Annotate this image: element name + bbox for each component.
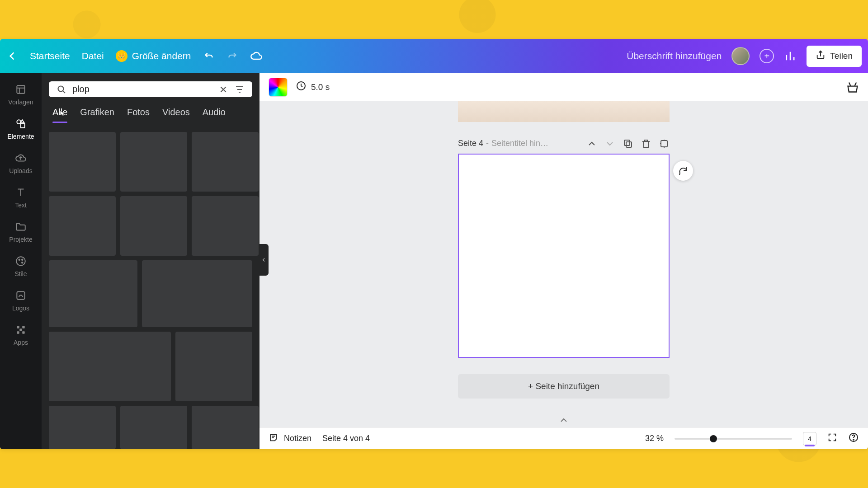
svg-point-5 (22, 259, 23, 260)
editor-body: Vorlagen Elemente Uploads Text Projekte … (0, 73, 868, 449)
add-page-label: + Seite hinzufügen (528, 381, 599, 391)
notes-button[interactable]: Notizen (269, 432, 311, 445)
cursor-icon (59, 110, 67, 118)
svg-rect-0 (17, 85, 24, 93)
canvas-scroll[interactable]: Seite 4 - Seitentitel hin… + (259, 101, 868, 427)
rail-item-styles[interactable]: Stile (0, 249, 42, 283)
share-button[interactable]: Teilen (807, 46, 862, 67)
svg-rect-17 (661, 141, 667, 147)
plus-icon: + (764, 51, 770, 61)
resize-label: Größe ändern (132, 51, 191, 61)
result-thumb[interactable] (120, 132, 187, 192)
svg-point-13 (58, 86, 64, 91)
notes-icon (269, 432, 278, 445)
add-page-button[interactable]: + Seite hinzufügen (458, 374, 670, 399)
templates-icon (14, 83, 27, 96)
duplicate-page-button[interactable] (623, 138, 633, 149)
canvas-page[interactable] (458, 154, 670, 358)
tab-audio[interactable]: Audio (203, 107, 226, 122)
share-label: Teilen (830, 51, 853, 61)
rail-item-templates[interactable]: Vorlagen (0, 78, 42, 111)
duration-value: 5.0 s (311, 82, 330, 92)
result-thumb[interactable] (49, 196, 116, 256)
result-thumb[interactable] (49, 132, 116, 192)
notes-label: Notizen (284, 434, 311, 443)
panel-tabs: Alle Grafiken Fotos Videos Audio (49, 107, 252, 122)
file-menu[interactable]: Datei (82, 51, 104, 61)
result-thumb[interactable] (49, 332, 171, 401)
rail-item-uploads[interactable]: Uploads (0, 146, 42, 180)
analytics-button[interactable] (784, 50, 797, 62)
back-icon[interactable] (6, 50, 18, 62)
elements-icon (14, 117, 27, 130)
page-title-input[interactable]: Seitentitel hin… (491, 139, 548, 148)
regenerate-button[interactable] (673, 161, 693, 181)
zoom-slider-knob[interactable] (710, 435, 717, 442)
home-link[interactable]: Startseite (30, 51, 70, 61)
result-thumb[interactable] (192, 406, 259, 449)
effects-button[interactable] (846, 81, 859, 94)
tab-photos[interactable]: Fotos (127, 107, 150, 122)
redo-button[interactable] (226, 50, 238, 62)
svg-point-19 (853, 439, 854, 440)
clock-icon (296, 80, 307, 94)
svg-rect-12 (19, 328, 22, 331)
add-collaborator-button[interactable]: + (760, 49, 774, 63)
result-thumb[interactable] (192, 196, 259, 256)
canvas-toolbar: 5.0 s (259, 73, 868, 101)
move-up-button[interactable] (586, 138, 597, 149)
result-thumb[interactable] (49, 260, 137, 327)
page-title-sep: - (486, 139, 489, 148)
results-grid (49, 132, 252, 449)
palette-icon (14, 255, 27, 267)
search-field[interactable] (49, 81, 252, 97)
clear-search-button[interactable] (218, 84, 229, 95)
svg-rect-10 (17, 331, 19, 333)
zoom-slider[interactable] (675, 438, 792, 440)
cloud-sync-icon[interactable] (250, 50, 263, 62)
background-color-picker[interactable] (269, 78, 288, 97)
result-thumb[interactable] (120, 196, 187, 256)
avatar[interactable] (731, 47, 750, 65)
fullscreen-button[interactable] (827, 432, 837, 445)
svg-rect-9 (22, 326, 24, 328)
previous-page-peek[interactable] (458, 101, 670, 122)
design-title-input[interactable]: Überschrift hinzufügen (627, 51, 722, 61)
rail-item-elements[interactable]: Elemente (0, 112, 42, 145)
result-thumb[interactable] (142, 260, 252, 327)
result-thumb[interactable] (120, 406, 187, 449)
move-down-button[interactable] (604, 138, 615, 149)
search-input[interactable] (72, 84, 212, 94)
rail-item-projects[interactable]: Projekte (0, 215, 42, 249)
tab-graphics[interactable]: Grafiken (80, 107, 114, 122)
filter-button[interactable] (234, 84, 245, 95)
page-more-button[interactable] (659, 138, 670, 149)
timeline-expand-handle[interactable] (558, 415, 569, 427)
result-thumb[interactable] (49, 406, 116, 449)
share-icon (816, 50, 826, 62)
rail-item-apps[interactable]: Apps (0, 318, 42, 352)
result-thumb[interactable] (175, 332, 252, 401)
help-button[interactable] (848, 432, 859, 445)
undo-button[interactable] (203, 50, 215, 62)
bottom-bar: Notizen Seite 4 von 4 32 % 4 (259, 427, 868, 449)
rail-label: Stile (14, 270, 27, 277)
collapse-panel-handle[interactable] (259, 244, 269, 276)
page-header: Seite 4 - Seitentitel hin… (458, 138, 670, 149)
svg-point-4 (19, 259, 20, 260)
result-thumb[interactable] (192, 132, 259, 192)
rail-label: Text (15, 202, 27, 209)
svg-rect-16 (624, 140, 630, 145)
page-duration-button[interactable]: 5.0 s (296, 80, 330, 94)
pages-grid-button[interactable]: 4 (803, 432, 816, 446)
rail-item-text[interactable]: Text (0, 181, 42, 214)
toolbar-right: Überschrift hinzufügen + Teilen (627, 46, 862, 67)
svg-rect-2 (21, 124, 25, 128)
tab-all[interactable]: Alle (52, 107, 67, 122)
resize-button[interactable]: 👑 Größe ändern (116, 50, 191, 62)
rail-label: Uploads (9, 167, 32, 174)
elements-panel: Alle Grafiken Fotos Videos Audio (42, 73, 259, 449)
rail-item-logos[interactable]: Logos (0, 284, 42, 317)
delete-page-button[interactable] (641, 138, 651, 149)
tab-videos[interactable]: Videos (162, 107, 190, 122)
